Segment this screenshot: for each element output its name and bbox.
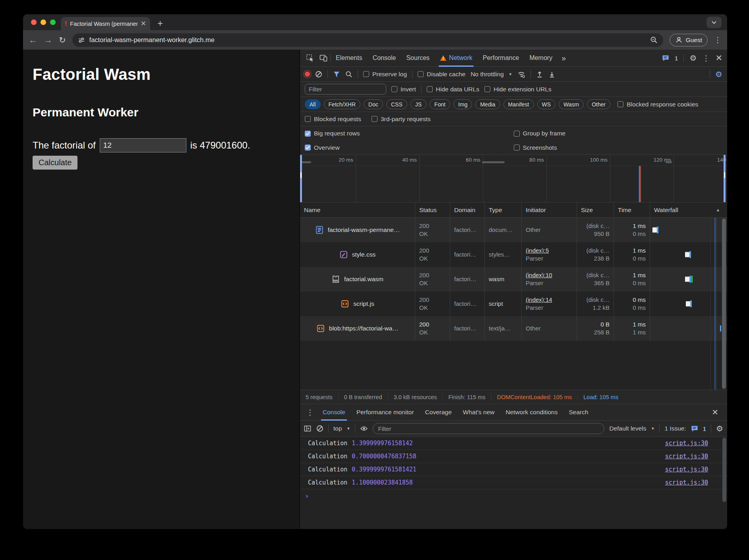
record-icon[interactable] xyxy=(305,71,310,77)
browser-tab[interactable]: ! Factorial Wasm (permanent W ✕ xyxy=(61,17,150,30)
initiator-link[interactable]: (index):14 xyxy=(526,296,573,304)
tab-memory[interactable]: Memory xyxy=(524,50,557,67)
col-name[interactable]: Name xyxy=(300,203,415,217)
new-tab-button[interactable]: + xyxy=(157,17,163,29)
console-prompt[interactable]: › xyxy=(300,489,727,502)
network-filter-input[interactable] xyxy=(305,84,386,95)
network-conditions-icon[interactable] xyxy=(517,71,525,78)
initiator-link[interactable]: (index):10 xyxy=(526,271,573,279)
profile-button[interactable]: Guest xyxy=(670,34,708,46)
initiator-link[interactable]: (index):5 xyxy=(526,247,573,255)
col-type[interactable]: Type xyxy=(485,203,522,217)
import-har-icon[interactable] xyxy=(536,71,543,78)
back-icon[interactable]: ← xyxy=(29,35,37,45)
hide-extension-urls-toggle[interactable]: Hide extension URLs xyxy=(484,86,552,93)
url-text[interactable]: factorial-wasm-permanent-worker.glitch.m… xyxy=(89,36,646,44)
tab-elements[interactable]: Elements xyxy=(331,50,368,67)
request-row[interactable]: blob:https://factorial-wa… 200OK factori… xyxy=(300,316,727,341)
type-filter-media[interactable]: Media xyxy=(475,99,500,109)
type-filter-img[interactable]: Img xyxy=(453,99,472,109)
export-har-icon[interactable] xyxy=(548,71,555,78)
drawer-tab-performance-monitor[interactable]: Performance monitor xyxy=(351,404,420,421)
type-filter-doc[interactable]: Doc xyxy=(364,99,383,109)
drawer-tab-network-conditions[interactable]: Network conditions xyxy=(500,404,563,421)
filter-icon[interactable] xyxy=(333,71,340,77)
blocked-response-cookies-toggle[interactable]: Blocked response cookies xyxy=(617,101,698,108)
devtools-settings-icon[interactable]: ⚙ xyxy=(689,53,697,63)
request-row[interactable]: script.js 200OK factori… script (index):… xyxy=(300,292,727,316)
col-domain[interactable]: Domain xyxy=(450,203,485,217)
preserve-log-toggle[interactable]: Preserve log xyxy=(363,71,407,78)
minimize-window-button[interactable] xyxy=(41,19,46,25)
source-link[interactable]: script.js:30 xyxy=(665,440,718,447)
throttling-select[interactable]: No throttling ▼ xyxy=(470,71,512,78)
source-link[interactable]: script.js:30 xyxy=(665,466,718,473)
devtools-close-icon[interactable]: ✕ xyxy=(715,53,722,63)
type-filter-ws[interactable]: WS xyxy=(537,99,556,109)
hide-data-urls-checkbox[interactable] xyxy=(427,86,433,92)
drawer-menu-icon[interactable]: ⋮ xyxy=(303,408,317,417)
invert-checkbox[interactable] xyxy=(391,86,397,92)
tab-network[interactable]: Network xyxy=(435,50,478,67)
col-initiator[interactable]: Initiator xyxy=(522,203,577,217)
disable-cache-toggle[interactable]: Disable cache xyxy=(418,71,465,78)
drawer-tab-search[interactable]: Search xyxy=(563,404,594,421)
type-filter-manifest[interactable]: Manifest xyxy=(503,99,534,109)
console-scrollbar[interactable] xyxy=(722,438,726,502)
search-icon[interactable] xyxy=(345,71,352,78)
blocked-response-cookies-checkbox[interactable] xyxy=(617,101,623,107)
screenshots-toggle[interactable]: Screenshots xyxy=(514,144,723,151)
console-settings-icon[interactable]: ⚙ xyxy=(716,424,723,433)
inspect-element-icon[interactable] xyxy=(303,54,317,62)
request-row[interactable]: factorial-wasm-permane… 200OK factori… d… xyxy=(300,218,727,242)
tab-console[interactable]: Console xyxy=(368,50,401,67)
context-selector[interactable]: top ▼ xyxy=(333,425,350,432)
calculate-button[interactable]: Calculate xyxy=(33,156,77,170)
third-party-requests-checkbox[interactable] xyxy=(372,116,377,122)
blocked-requests-checkbox[interactable] xyxy=(305,116,311,122)
tab-search-button[interactable] xyxy=(706,17,722,28)
type-filter-fetch-xhr[interactable]: Fetch/XHR xyxy=(324,99,360,109)
request-name-cell[interactable]: blob:https://factorial-wa… xyxy=(300,316,415,341)
preserve-log-checkbox[interactable] xyxy=(363,71,369,77)
disable-cache-checkbox[interactable] xyxy=(418,71,424,77)
tab-close-icon[interactable]: ✕ xyxy=(141,19,146,28)
network-settings-icon[interactable]: ⚙ xyxy=(715,70,722,79)
request-row[interactable]: style.css 200OK factori… styles… (index)… xyxy=(300,242,727,267)
console-sidebar-icon[interactable] xyxy=(304,425,312,432)
drawer-tab-console[interactable]: Console xyxy=(317,404,351,421)
reload-icon[interactable]: ↻ xyxy=(59,35,66,45)
device-toolbar-icon[interactable] xyxy=(317,54,330,62)
request-name-cell[interactable]: script.js xyxy=(300,292,415,316)
type-filter-font[interactable]: Font xyxy=(430,99,450,109)
col-time[interactable]: Time xyxy=(614,203,650,217)
log-levels-select[interactable]: Default levels ▼ xyxy=(609,425,654,432)
console-filter-input[interactable] xyxy=(373,423,604,434)
tune-icon[interactable] xyxy=(78,37,85,44)
col-waterfall[interactable]: Waterfall▲ xyxy=(650,203,727,217)
overview-checkbox[interactable] xyxy=(305,145,311,151)
more-tabs-icon[interactable]: » xyxy=(557,54,570,63)
type-filter-all[interactable]: All xyxy=(305,99,321,109)
group-by-frame-checkbox[interactable] xyxy=(514,131,520,137)
request-row[interactable]: WA factorial.wasm 200OK factori… wasm (i… xyxy=(300,267,727,292)
factorial-input[interactable] xyxy=(100,138,186,153)
zoom-page-icon[interactable] xyxy=(650,36,658,44)
type-filter-wasm[interactable]: Wasm xyxy=(559,99,584,109)
third-party-requests-toggle[interactable]: 3rd-party requests xyxy=(372,116,431,123)
issues-icon[interactable] xyxy=(662,55,669,62)
tab-performance[interactable]: Performance xyxy=(478,50,524,67)
big-request-rows-toggle[interactable]: Big request rows xyxy=(305,130,514,137)
timeline-right-handle[interactable] xyxy=(724,155,726,202)
request-name-cell[interactable]: factorial-wasm-permane… xyxy=(300,218,415,242)
type-filter-other[interactable]: Other xyxy=(587,99,610,109)
source-link[interactable]: script.js:30 xyxy=(665,479,718,486)
group-by-frame-toggle[interactable]: Group by frame xyxy=(514,130,723,137)
col-status[interactable]: Status xyxy=(415,203,450,217)
tab-sources[interactable]: Sources xyxy=(401,50,435,67)
col-size[interactable]: Size xyxy=(577,203,614,217)
big-request-rows-checkbox[interactable] xyxy=(305,131,311,137)
type-filter-css[interactable]: CSS xyxy=(386,99,407,109)
address-bar[interactable]: factorial-wasm-permanent-worker.glitch.m… xyxy=(72,33,663,47)
hide-data-urls-toggle[interactable]: Hide data URLs xyxy=(427,86,479,93)
